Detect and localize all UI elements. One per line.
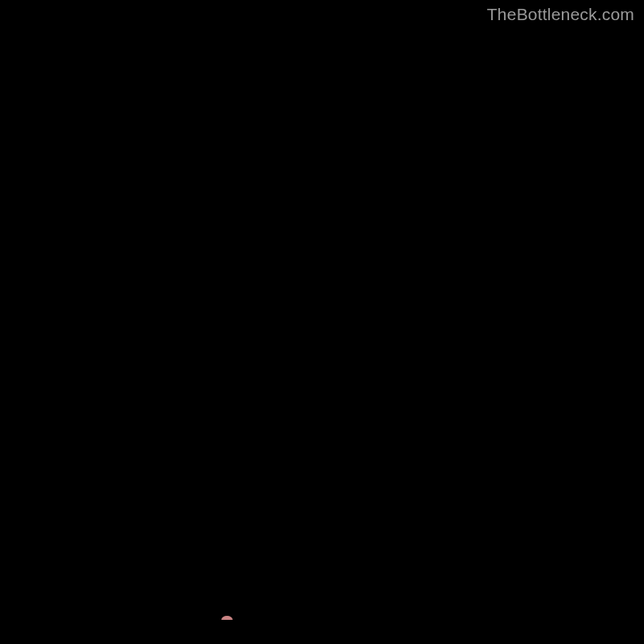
minimum-marker [221,616,233,620]
chart-frame: TheBottleneck.com [0,0,644,644]
watermark-text: TheBottleneck.com [487,5,634,24]
curve-layer [24,24,620,620]
plot-area [24,24,620,620]
bottleneck-curve [24,24,620,620]
